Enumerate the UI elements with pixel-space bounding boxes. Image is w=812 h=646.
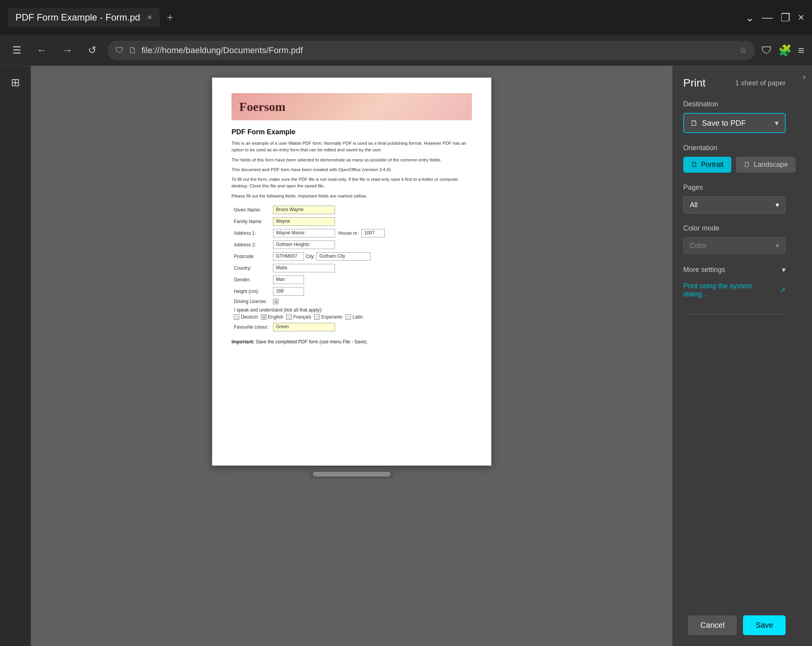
francais-label: Français (293, 314, 311, 320)
more-settings-arrow-icon: ▾ (782, 265, 786, 274)
table-row: Country: Malta (232, 262, 472, 274)
pdf-form-table: Given Name: Bruce Wayne Family Name: Way… (232, 204, 472, 333)
address2-label: Address 2: (232, 239, 271, 251)
titlebar: PDF Form Example - Form.pd × + ⌄ — ❐ × (0, 0, 812, 35)
francais-checkbox[interactable]: □ (286, 314, 292, 320)
orientation-section: Orientation 🗋 Portrait 🗋 Landscape (683, 144, 786, 173)
gender-label: Gender: (232, 274, 271, 286)
print-divider (683, 314, 786, 314)
height-field[interactable]: 188 (273, 287, 304, 296)
maximize-btn[interactable]: ❐ (781, 11, 790, 24)
address1-field[interactable]: Wayne Manor (273, 229, 335, 237)
tabs-dropdown-btn[interactable]: ⌄ (745, 11, 754, 24)
more-settings-label: More settings (683, 266, 725, 274)
table-row: Family Name: Wayne (232, 216, 472, 227)
family-name-field[interactable]: Wayne (273, 217, 335, 226)
navbar: ☰ ← → ↺ 🛡 🗋 file:///home/baeldung/Docume… (0, 35, 812, 66)
color-label: Color mode (683, 224, 786, 232)
destination-dropdown[interactable]: 🗋 Save to PDF ▾ (683, 113, 786, 133)
reload-btn[interactable]: ↺ (83, 41, 101, 59)
country-field[interactable]: Malta (273, 264, 335, 272)
menu-icon[interactable]: ≡ (798, 44, 804, 57)
gender-field[interactable]: Man (273, 275, 304, 284)
destination-doc-icon: 🗋 (690, 119, 698, 128)
given-name-field[interactable]: Bruce Wayne (273, 206, 335, 214)
system-dialog-link[interactable]: Print using the system dialog... ↗ (683, 282, 786, 298)
fav-colour-field[interactable]: Green (273, 323, 335, 331)
browser-shield-icon[interactable]: 🛡 (761, 44, 772, 57)
country-label: Country: (232, 262, 271, 274)
lang-esperanto: □ Esperanto (314, 314, 342, 320)
city-label: City: (306, 254, 315, 259)
pdf-para-5: Please fill out the following fields. Im… (232, 193, 472, 199)
print-panel: Print 1 sheet of paper Destination 🗋 Sav… (672, 66, 796, 646)
cancel-button[interactable]: Cancel (688, 615, 737, 635)
external-link-icon: ↗ (780, 286, 786, 294)
shield-icon: 🛡 (115, 45, 124, 55)
table-row: Address 2: Gotham Heights (232, 239, 472, 251)
driving-license-checkbox[interactable]: ☒ (273, 299, 278, 304)
address1-label: Address 1: (232, 227, 271, 239)
note-important: Important: (232, 339, 254, 345)
landscape-btn[interactable]: 🗋 Landscape (736, 157, 796, 173)
back-btn[interactable]: ← (32, 41, 52, 59)
color-dropdown[interactable]: Color ▾ (683, 237, 786, 254)
pdf-para-4: To fill out the form, make sure the PDF … (232, 176, 472, 190)
table-row: Height (cm): 188 (232, 286, 472, 297)
window-close-btn[interactable]: × (798, 11, 804, 24)
extensions-icon[interactable]: 🧩 (778, 44, 792, 57)
table-row: Driving License: ☒ (232, 297, 472, 306)
destination-label: Destination (683, 100, 786, 108)
print-sheet-info: 1 sheet of paper (735, 79, 786, 87)
orientation-buttons: 🗋 Portrait 🗋 Landscape (683, 157, 786, 173)
pdf-sidebar-toggle-btn[interactable]: ⊞ (7, 72, 24, 93)
print-footer: Cancel Save (683, 608, 786, 635)
driving-license-label: Driving License: (232, 297, 271, 306)
postcode-field[interactable]: GTHM007 (273, 252, 304, 261)
latin-checkbox[interactable]: □ (346, 314, 351, 320)
tab-close-btn[interactable]: × (147, 12, 152, 23)
color-section: Color mode Color ▾ (683, 224, 786, 254)
portrait-label: Portrait (701, 161, 724, 169)
expand-panel: › (796, 66, 812, 646)
latin-label: Latin (352, 314, 363, 320)
pages-arrow-icon: ▾ (776, 201, 779, 209)
minimize-btn[interactable]: — (762, 11, 773, 24)
pdf-para-2: The fields of this form have been select… (232, 157, 472, 163)
pdf-viewer[interactable]: Foersom PDF Form Example This is an exam… (31, 66, 672, 646)
fav-colour-label: Favourite colour: (232, 321, 271, 333)
lang-deutsch: □ Deutsch (234, 314, 258, 320)
bookmark-icon[interactable]: ☆ (739, 45, 747, 55)
table-row: Favourite colour: Green (232, 321, 472, 333)
address2-field[interactable]: Gotham Heights (273, 241, 335, 249)
pdf-doc-title: PDF Form Example (232, 128, 472, 136)
esperanto-label: Esperanto (321, 314, 342, 320)
scrollbar-thumb[interactable] (313, 472, 390, 476)
new-tab-btn[interactable]: + (161, 8, 178, 27)
pdf-note: Important: Save the completed PDF form (… (232, 339, 472, 345)
languages-label: I speak and understand (tick all that ap… (234, 307, 470, 313)
main-content: ⊞ Foersom PDF Form Example This is an ex… (0, 66, 812, 646)
pdf-para-3: This document and PDF form have been cre… (232, 166, 472, 173)
address-bar[interactable]: 🛡 🗋 file:///home/baeldung/Documents/Form… (107, 41, 755, 60)
english-checkbox[interactable]: ☒ (261, 314, 266, 320)
city-field[interactable]: Gotham City (316, 252, 371, 261)
pages-dropdown[interactable]: All ▾ (683, 196, 786, 213)
expand-icon[interactable]: › (803, 72, 806, 81)
house-nr-field[interactable]: 1007 (361, 229, 385, 237)
deutsch-checkbox[interactable]: □ (234, 314, 239, 320)
save-button[interactable]: Save (743, 615, 786, 635)
forward-btn[interactable]: → (58, 41, 77, 59)
tab-title: PDF Form Example - Form.pd (16, 12, 140, 23)
active-tab[interactable]: PDF Form Example - Form.pd × (8, 8, 160, 27)
more-settings-btn[interactable]: More settings ▾ (683, 265, 786, 274)
esperanto-checkbox[interactable]: □ (314, 314, 320, 320)
pdf-scrollbar[interactable] (310, 469, 394, 479)
pdf-logo: Foersom (239, 100, 285, 114)
landscape-icon: 🗋 (744, 161, 751, 169)
portrait-btn[interactable]: 🗋 Portrait (683, 157, 731, 173)
english-label: English (268, 314, 283, 320)
table-row: Gender: Man (232, 274, 472, 286)
sidebar-toggle-btn[interactable]: ☰ (8, 41, 26, 59)
pdf-sidebar: ⊞ (0, 66, 31, 646)
